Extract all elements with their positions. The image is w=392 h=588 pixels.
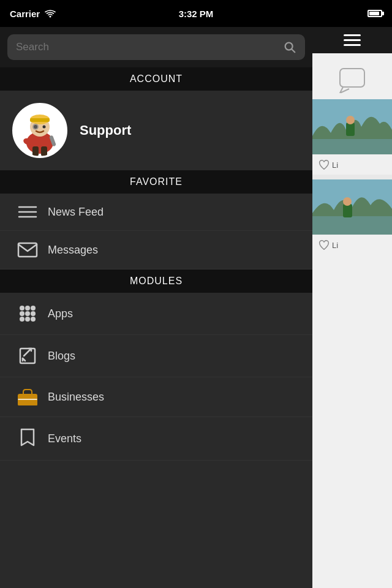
status-bar-center: 3:32 PM	[179, 9, 214, 19]
carrier-label: Carrier	[10, 9, 40, 19]
messages-label: Messages	[48, 244, 98, 257]
feed-image-svg-1	[312, 99, 392, 154]
businesses-icon	[12, 388, 43, 405]
status-bar-left: Carrier	[10, 9, 56, 19]
battery-icon	[368, 10, 382, 17]
right-content: Li	[312, 53, 392, 588]
svg-point-24	[31, 311, 36, 316]
comment-icon	[337, 66, 368, 93]
status-bar-right	[368, 10, 382, 17]
like-label-1: Li	[332, 160, 338, 170]
svg-rect-18	[18, 243, 37, 257]
events-label: Events	[48, 432, 81, 445]
svg-point-38	[346, 116, 355, 124]
svg-point-19	[20, 306, 24, 311]
like-label-2: Li	[332, 241, 338, 250]
feed-divider-1	[312, 175, 392, 179]
events-icon	[12, 428, 43, 449]
businesses-label: Businesses	[48, 391, 104, 404]
blogs-icon	[12, 346, 43, 366]
menu-item-blogs[interactable]: Blogs	[0, 335, 312, 377]
avatar-image	[14, 105, 66, 156]
right-header	[312, 27, 392, 53]
modules-section-header: MODULES	[0, 270, 312, 293]
avatar	[12, 103, 67, 158]
svg-point-20	[25, 306, 30, 311]
svg-point-42	[343, 197, 352, 206]
svg-point-27	[31, 317, 36, 322]
account-section[interactable]: Support	[0, 91, 312, 170]
menu-item-apps[interactable]: Apps	[0, 293, 312, 335]
feed-card-1	[312, 99, 392, 154]
feed-like-row-1: Li	[312, 154, 392, 175]
svg-point-11	[34, 125, 37, 129]
menu-item-news-feed[interactable]: News Feed	[0, 194, 312, 231]
feed-comment-icon	[312, 53, 392, 99]
heart-icon-1	[318, 160, 330, 170]
svg-rect-34	[340, 69, 364, 87]
feed-image-2	[312, 179, 392, 235]
heart-icon-2	[318, 240, 330, 250]
messages-icon	[12, 242, 43, 258]
svg-point-26	[25, 317, 30, 322]
svg-line-2	[292, 49, 295, 52]
svg-rect-40	[312, 216, 392, 235]
hamburger-button[interactable]	[344, 34, 361, 46]
search-input-wrapper[interactable]	[7, 34, 305, 60]
search-bar	[0, 27, 312, 67]
feed-image-svg-2	[312, 179, 392, 235]
hamburger-line-3	[344, 44, 361, 46]
svg-line-29	[24, 349, 31, 356]
feed-card-2	[312, 179, 392, 235]
menu-item-businesses[interactable]: Businesses	[0, 377, 312, 417]
main-content: ACCOUNT	[0, 27, 392, 588]
hamburger-line-2	[344, 39, 361, 41]
favorite-section-header: FAVORITE	[0, 170, 312, 194]
news-feed-label: News Feed	[48, 206, 104, 219]
apps-label: Apps	[48, 307, 73, 320]
svg-rect-5	[32, 146, 39, 156]
feed-image-1	[312, 99, 392, 154]
feed-like-row-2: Li	[312, 235, 392, 255]
svg-rect-32	[18, 394, 37, 405]
news-feed-icon	[12, 205, 43, 219]
account-name: Support	[80, 123, 131, 138]
svg-rect-9	[30, 118, 50, 122]
blogs-label: Blogs	[48, 350, 75, 363]
apps-icon	[12, 304, 43, 323]
svg-rect-41	[343, 204, 352, 217]
time-label: 3:32 PM	[179, 9, 214, 19]
svg-point-12	[43, 126, 46, 129]
svg-rect-37	[346, 123, 355, 136]
hamburger-line-1	[344, 34, 361, 36]
right-panel: Li	[312, 27, 392, 588]
svg-point-22	[20, 311, 24, 316]
svg-point-23	[25, 311, 30, 316]
drawer: ACCOUNT	[0, 27, 312, 588]
account-section-header: ACCOUNT	[0, 67, 312, 91]
svg-point-0	[50, 16, 51, 18]
svg-point-21	[31, 306, 36, 311]
wifi-icon	[45, 9, 56, 18]
svg-point-25	[20, 317, 24, 322]
svg-rect-36	[312, 139, 392, 154]
menu-item-events[interactable]: Events	[0, 417, 312, 461]
svg-rect-6	[41, 146, 47, 156]
status-bar: Carrier 3:32 PM	[0, 0, 392, 27]
search-input[interactable]	[16, 41, 283, 53]
menu-item-messages[interactable]: Messages	[0, 231, 312, 270]
search-icon	[283, 40, 296, 54]
